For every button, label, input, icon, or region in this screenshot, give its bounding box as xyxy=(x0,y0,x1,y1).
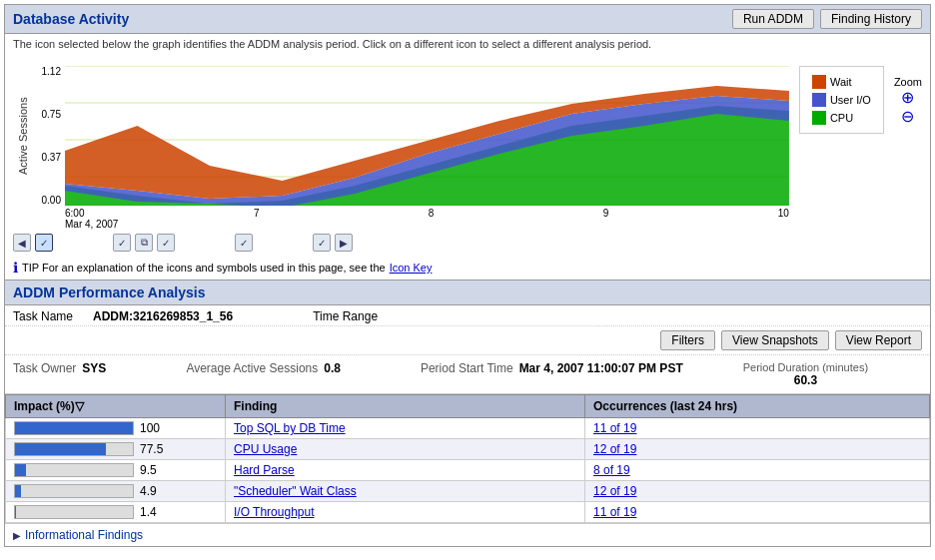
icon-key-link[interactable]: Icon Key xyxy=(390,262,433,274)
col-impact[interactable]: Impact (%)▽ xyxy=(6,395,226,418)
impact-cell-3: 4.9 xyxy=(6,481,226,502)
filters-button[interactable]: Filters xyxy=(660,330,715,350)
section-header: ADDM Performance Analysis xyxy=(5,280,930,305)
impact-bar-outer-2 xyxy=(14,463,134,477)
description-text: The icon selected below the graph identi… xyxy=(5,34,930,52)
y-tick-4: 0.00 xyxy=(29,195,61,206)
nav-icon-4a[interactable]: ✓ xyxy=(313,234,331,252)
occurrence-link-4[interactable]: 11 of 19 xyxy=(593,505,636,519)
occurrence-link-0[interactable]: 11 of 19 xyxy=(593,421,636,435)
task-name-value: ADDM:3216269853_1_56 xyxy=(93,309,233,323)
zoom-controls: Zoom ⊕ ⊖ xyxy=(894,56,922,226)
impact-value-2: 9.5 xyxy=(140,463,157,477)
y-tick-2: 0.75 xyxy=(29,109,61,120)
run-addm-button[interactable]: Run ADDM xyxy=(732,9,814,29)
impact-bar-outer-0 xyxy=(14,421,134,435)
table-row: 1.4 I/O Throughput11 of 19 xyxy=(6,502,930,523)
nav-icon-3a[interactable]: ✓ xyxy=(235,234,253,252)
impact-bar-outer-4 xyxy=(14,505,134,519)
zoom-label: Zoom xyxy=(894,76,922,88)
x-axis-date: Mar 4, 2007 xyxy=(65,219,118,230)
impact-bar-inner-1 xyxy=(15,443,106,455)
expand-icon: ▶ xyxy=(13,530,21,541)
legend-wait-label: Wait xyxy=(830,76,852,88)
occurrence-link-1[interactable]: 12 of 19 xyxy=(593,442,636,456)
filter-row: Filters View Snapshots View Report xyxy=(5,326,930,355)
view-snapshots-button[interactable]: View Snapshots xyxy=(721,330,829,350)
impact-bar-inner-0 xyxy=(15,422,133,434)
view-report-button[interactable]: View Report xyxy=(835,330,922,350)
avg-active-sessions-value: 0.8 xyxy=(324,361,341,375)
icons-row: ◀ ✓ ✓ ⧉ ✓ ✓ ✓ ▶ xyxy=(5,230,930,256)
impact-bar-inner-2 xyxy=(15,464,26,476)
occurrence-cell-4[interactable]: 11 of 19 xyxy=(585,502,930,523)
finding-link-0[interactable]: Top SQL by DB Time xyxy=(234,421,346,435)
informational-findings[interactable]: ▶ Informational Findings xyxy=(5,523,930,546)
finding-cell-3[interactable]: "Scheduler" Wait Class xyxy=(226,481,585,502)
legend-userio-color xyxy=(812,93,826,107)
legend-cpu-color xyxy=(812,111,826,125)
impact-value-1: 77.5 xyxy=(140,442,163,456)
y-axis-label: Active Sessions xyxy=(13,66,29,206)
legend-wait-color xyxy=(812,75,826,89)
x-tick-5: 10 xyxy=(778,208,789,219)
findings-table-container: Impact (%)▽ Finding Occurrences (last 24… xyxy=(5,394,930,523)
occurrence-cell-3[interactable]: 12 of 19 xyxy=(585,481,930,502)
finding-link-4[interactable]: I/O Throughput xyxy=(234,505,315,519)
nav-icon-4b[interactable]: ▶ xyxy=(335,234,353,252)
finding-cell-4[interactable]: I/O Throughput xyxy=(226,502,585,523)
avg-active-sessions-label: Average Active Sessions xyxy=(186,361,318,375)
legend-userio-label: User I/O xyxy=(830,94,871,106)
occurrence-cell-1[interactable]: 12 of 19 xyxy=(585,439,930,460)
x-tick-1: 6:00 xyxy=(65,208,84,219)
nav-icon-2c[interactable]: ✓ xyxy=(157,234,175,252)
period-start-value: Mar 4, 2007 11:00:07 PM PST xyxy=(519,361,683,375)
icon-group-3: ✓ xyxy=(235,234,253,252)
zoom-out-button[interactable]: ⊖ xyxy=(901,107,914,126)
finding-history-button[interactable]: Finding History xyxy=(820,9,922,29)
period-duration-label: Period Duration (minutes) xyxy=(743,361,868,373)
occurrence-link-3[interactable]: 12 of 19 xyxy=(593,484,636,498)
page-title: Database Activity xyxy=(13,11,129,27)
table-row: 77.5 CPU Usage12 of 19 xyxy=(6,439,930,460)
finding-link-3[interactable]: "Scheduler" Wait Class xyxy=(234,484,357,498)
impact-cell-2: 9.5 xyxy=(6,460,226,481)
impact-bar-outer-1 xyxy=(14,442,134,456)
section-title: ADDM Performance Analysis xyxy=(13,284,205,300)
x-tick-2: 7 xyxy=(254,208,260,219)
nav-icon-selected[interactable]: ✓ xyxy=(35,234,53,252)
impact-value-4: 1.4 xyxy=(140,505,157,519)
task-name-label: Task Name xyxy=(13,309,73,323)
period-start-label: Period Start Time xyxy=(421,361,513,375)
nav-icon-2a[interactable]: ✓ xyxy=(113,234,131,252)
zoom-in-button[interactable]: ⊕ xyxy=(901,88,914,107)
time-range-label: Time Range xyxy=(313,309,378,323)
occurrence-cell-2[interactable]: 8 of 19 xyxy=(585,460,930,481)
impact-bar-inner-3 xyxy=(15,485,21,497)
table-row: 9.5 Hard Parse8 of 19 xyxy=(6,460,930,481)
impact-value-3: 4.9 xyxy=(140,484,157,498)
col-occurrences: Occurrences (last 24 hrs) xyxy=(585,395,930,418)
icon-group-2: ✓ ⧉ ✓ xyxy=(113,234,175,252)
x-tick-4: 9 xyxy=(603,208,609,219)
occurrence-link-2[interactable]: 8 of 19 xyxy=(593,463,630,477)
impact-cell-1: 77.5 xyxy=(6,439,226,460)
legend-cpu-label: CPU xyxy=(830,112,853,124)
x-tick-3: 8 xyxy=(429,208,435,219)
period-duration-value: 60.3 xyxy=(794,373,817,387)
impact-cell-4: 1.4 xyxy=(6,502,226,523)
nav-icon-prev[interactable]: ◀ xyxy=(13,234,31,252)
y-tick-3: 0.37 xyxy=(29,152,61,163)
stats-row: Task Owner SYS Average Active Sessions 0… xyxy=(5,355,930,394)
finding-link-2[interactable]: Hard Parse xyxy=(234,463,295,477)
impact-cell-0: 100 xyxy=(6,418,226,439)
finding-cell-0[interactable]: Top SQL by DB Time xyxy=(226,418,585,439)
finding-cell-2[interactable]: Hard Parse xyxy=(226,460,585,481)
occurrence-cell-0[interactable]: 11 of 19 xyxy=(585,418,930,439)
finding-link-1[interactable]: CPU Usage xyxy=(234,442,297,456)
findings-table: Impact (%)▽ Finding Occurrences (last 24… xyxy=(5,394,930,523)
header-buttons: Run ADDM Finding History xyxy=(732,9,922,29)
finding-cell-1[interactable]: CPU Usage xyxy=(226,439,585,460)
nav-icon-2b[interactable]: ⧉ xyxy=(135,234,153,252)
impact-bar-outer-3 xyxy=(14,484,134,498)
